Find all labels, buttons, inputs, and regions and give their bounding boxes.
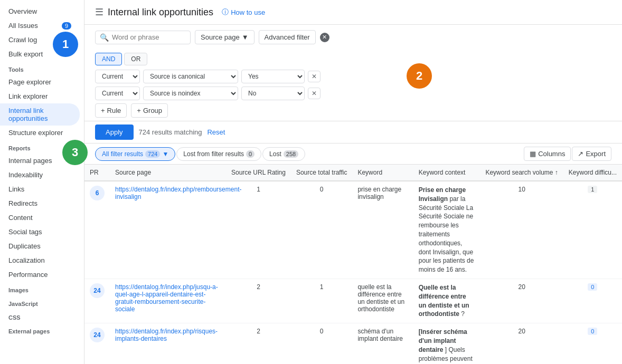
chevron-down-icon: ▼ <box>242 33 249 41</box>
sidebar-item-label: Page explorer <box>8 78 51 86</box>
sidebar-item-social-tags[interactable]: Social tags <box>0 225 80 239</box>
filter-value-1[interactable]: Yes No <box>241 70 305 83</box>
col-pr: PR <box>84 165 110 181</box>
sidebar-item-label: Content <box>8 214 33 222</box>
sidebar-item-indexability[interactable]: Indexability <box>0 168 80 182</box>
add-group-label: Group <box>143 107 162 114</box>
tab-lost[interactable]: Lost 258 <box>262 147 305 161</box>
main-content: ☰ Internal link opportunities ⓘ How to u… <box>84 0 622 364</box>
tools-section-label: Tools <box>0 61 84 75</box>
source-total-traffic-cell: 1 <box>291 279 353 323</box>
keyword-context-cell: Prise en charge Invisalign par la Sécuri… <box>413 181 480 279</box>
sidebar-item-label: Duplicates <box>8 242 41 250</box>
col-source-url-rating: Source URL Rating <box>226 165 291 181</box>
export-button[interactable]: ↗ Export <box>572 147 611 161</box>
add-rule-button[interactable]: + Rule <box>95 103 127 118</box>
sidebar-item-label: Indexability <box>8 171 43 179</box>
search-icon: 🔍 <box>100 33 109 42</box>
filter-row-1: Previous Current Source is canonical Yes… <box>95 70 611 83</box>
remove-filter-1-button[interactable]: ✕ <box>308 71 321 82</box>
help-link[interactable]: ⓘ How to use <box>222 7 265 17</box>
advanced-filter-button[interactable]: Advanced filter <box>259 30 316 44</box>
sidebar-item-localization[interactable]: Localization <box>0 253 80 267</box>
sidebar-item-duplicates[interactable]: Duplicates <box>0 239 80 253</box>
filter-prev-curr-2[interactable]: Previous Current <box>95 87 140 100</box>
export-label: Export <box>586 150 606 158</box>
filter-prev-curr-1[interactable]: Previous Current <box>95 70 140 83</box>
filter-bar: 🔍 Source page ▼ Advanced filter ✕ <box>84 25 622 50</box>
sidebar-item-label: Localization <box>8 256 45 264</box>
apply-row: Apply 724 results matching Reset <box>84 121 622 143</box>
pr-cell: 24 <box>84 323 110 364</box>
source-url-rating-cell: 2 <box>226 279 291 323</box>
source-page-cell: https://dentalog.fr/index.php/remboursem… <box>110 181 226 279</box>
images-label: Images <box>0 282 84 295</box>
menu-icon[interactable]: ☰ <box>95 6 103 18</box>
tab-lost-from-filter[interactable]: Lost from filter results 0 <box>176 147 261 161</box>
col-keyword-search-volume[interactable]: Keyword search volume ↑ <box>480 165 563 181</box>
annotation-circle-1: 1 <box>53 32 78 57</box>
pr-cell: 24 <box>84 279 110 323</box>
pr-badge: 24 <box>90 283 105 298</box>
results-count: 724 results matching <box>139 128 202 136</box>
css-label: CSS <box>0 309 84 323</box>
sidebar-item-label: Internal pages <box>8 157 52 165</box>
source-page-cell: https://dentalog.fr/index.php/risques-im… <box>110 323 226 364</box>
sidebar-item-label: Overview <box>8 7 37 15</box>
source-page-button[interactable]: Source page ▼ <box>195 30 255 44</box>
source-url-rating-cell: 1 <box>226 181 291 279</box>
reset-link[interactable]: Reset <box>207 128 225 136</box>
columns-icon: ▦ <box>530 150 536 158</box>
clear-filters-button[interactable]: ✕ <box>320 33 329 42</box>
filter-condition-1[interactable]: Source is canonical <box>143 70 238 83</box>
source-page-link[interactable]: https://dentalog.fr/index.php/remboursem… <box>115 186 241 200</box>
or-button[interactable]: OR <box>124 53 147 65</box>
header: ☰ Internal link opportunities ⓘ How to u… <box>84 0 622 25</box>
keyword-difficulty-badge: 1 <box>588 186 597 193</box>
table-row: 24https://dentalog.fr/index.php/risques-… <box>84 323 622 364</box>
sidebar-item-redirects[interactable]: Redirects <box>0 196 80 210</box>
chevron-down-icon: ▼ <box>162 150 168 158</box>
col-keyword-context: Keyword context <box>413 165 480 181</box>
table-row: 24https://dentalog.fr/index.php/jusqu-a-… <box>84 279 622 323</box>
sidebar-item-label: Crawl log <box>8 36 37 44</box>
keyword-difficulty-cell: 0 <box>563 279 622 323</box>
search-wrap: 🔍 <box>95 31 191 44</box>
sidebar-item-performance[interactable]: Performance <box>0 267 80 282</box>
and-button[interactable]: AND <box>95 53 122 65</box>
sidebar-item-links[interactable]: Links <box>0 182 80 196</box>
tab-all-label: All filter results <box>102 150 143 158</box>
source-page-label: Source page <box>201 33 240 41</box>
tab-lost-badge: 258 <box>284 150 298 158</box>
sidebar-item-link-explorer[interactable]: Link explorer <box>0 89 80 103</box>
sidebar-item-overview[interactable]: Overview <box>0 4 80 18</box>
apply-button[interactable]: Apply <box>95 124 134 140</box>
table-row: 6https://dentalog.fr/index.php/rembourse… <box>84 181 622 279</box>
keyword-context-cell: [Insérer schéma d'un implant dentaire ] … <box>413 323 480 364</box>
search-input[interactable] <box>112 33 186 41</box>
sidebar-item-all-issues[interactable]: All Issues 9 <box>0 18 80 33</box>
sidebar-item-content[interactable]: Content <box>0 210 80 225</box>
source-page-link[interactable]: https://dentalog.fr/index.php/jusqu-a-qu… <box>115 283 218 313</box>
annotation-circle-2: 2 <box>407 63 432 89</box>
keyword-difficulty-badge: 0 <box>588 328 597 335</box>
keyword-difficulty-cell: 0 <box>563 323 622 364</box>
sidebar-item-structure-explorer[interactable]: Structure explorer <box>0 126 80 140</box>
all-issues-badge: 9 <box>62 22 71 30</box>
sidebar-item-internal-link-opportunities[interactable]: Internal link opportunities <box>0 103 80 126</box>
tab-all-badge: 724 <box>145 150 160 158</box>
sidebar-item-label: All Issues <box>8 22 38 30</box>
filter-value-2[interactable]: No Yes <box>241 87 305 100</box>
tab-lost-filter-label: Lost from filter results <box>183 150 244 158</box>
remove-filter-2-button[interactable]: ✕ <box>308 88 321 99</box>
add-group-button[interactable]: + Group <box>131 103 168 118</box>
filter-condition-2[interactable]: Source is noindex <box>143 87 238 100</box>
keyword-difficulty-badge: 0 <box>588 283 597 291</box>
tab-all-filter-results[interactable]: All filter results 724 ▼ <box>95 147 175 161</box>
sidebar-item-page-explorer[interactable]: Page explorer <box>0 75 80 89</box>
columns-button[interactable]: ▦ Columns <box>524 147 571 161</box>
advanced-filter-label: Advanced filter <box>265 33 310 41</box>
source-page-link[interactable]: https://dentalog.fr/index.php/risques-im… <box>115 328 218 342</box>
col-source-page: Source page <box>110 165 226 181</box>
table-wrap: PR Source page Source URL Rating Source … <box>84 165 622 364</box>
